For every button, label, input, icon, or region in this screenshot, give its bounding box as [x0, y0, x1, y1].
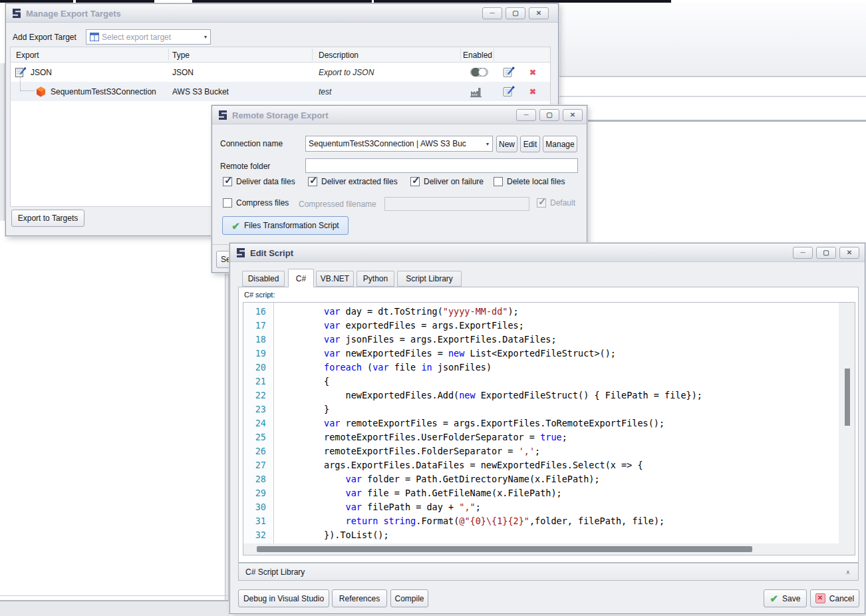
edit-button[interactable]: Edit [520, 136, 540, 152]
code-text: var newExportedFiles = new List<Exported… [274, 347, 616, 361]
remote-folder-input[interactable] [305, 158, 578, 173]
line-number: 18 [243, 333, 274, 347]
manage-titlebar[interactable]: Manage Export Targets ─ ▢ ✕ [6, 4, 558, 23]
compress-files-checkbox[interactable]: Compress files [223, 198, 289, 208]
checkbox-icon [223, 177, 232, 186]
maximize-button[interactable]: ▢ [539, 109, 559, 121]
remote-titlebar[interactable]: Remote Storage Export ─ ▢ ✕ [212, 106, 587, 124]
column-header-type[interactable]: Type [172, 47, 190, 63]
close-button[interactable]: ✕ [839, 247, 859, 259]
delete-icon[interactable]: ✖ [529, 63, 536, 82]
remote-storage-icon[interactable] [470, 86, 486, 98]
export-target-icon [90, 33, 99, 41]
maximize-icon: ▢ [512, 10, 518, 17]
deliver-extracted-files-checkbox[interactable]: Deliver extracted files [308, 177, 398, 186]
minimize-button[interactable]: ─ [516, 109, 536, 121]
column-header-enabled[interactable]: Enabled [463, 47, 492, 63]
edit-script-window: Edit Script ─ ▢ ✕ Disabled C# VB.NET Pyt… [229, 243, 865, 614]
code-text: var file = Path.GetFileName(x.FilePath); [274, 486, 562, 500]
dropdown-placeholder: Select export target [99, 33, 201, 42]
window-title: Manage Export Targets [26, 4, 121, 23]
horizontal-scrollbar-thumb[interactable] [257, 546, 752, 552]
code-text: return string.Format(@"{0}\{1}{2}",folde… [274, 514, 664, 528]
deliver-on-failure-checkbox[interactable]: Deliver on failure [410, 177, 484, 186]
sequentum-logo-icon [11, 7, 23, 19]
code-text: foreach (var file in jsonFiles) [274, 361, 492, 375]
close-icon: ✕ [847, 249, 852, 256]
background-statusbar-line [0, 595, 229, 596]
references-button[interactable]: References [332, 589, 387, 607]
minimize-icon: ─ [490, 10, 494, 17]
column-header-export[interactable]: Export [16, 47, 39, 63]
checkbox-icon [223, 198, 232, 208]
sequentum-logo-icon [235, 247, 247, 259]
code-text: newExportedFiles.Add(new ExportedFileStr… [274, 388, 702, 402]
code-line: 21 { [243, 375, 839, 388]
export-description: test [319, 82, 331, 101]
compile-button[interactable]: Compile [390, 589, 428, 607]
line-number: 19 [243, 347, 274, 361]
line-number: 26 [243, 444, 274, 458]
code-editor-lines[interactable]: 16 var day = dt.ToString("yyyy-MM-dd");1… [243, 305, 839, 543]
cancel-button[interactable]: Cancel [810, 589, 859, 607]
maximize-button[interactable]: ▢ [505, 7, 525, 19]
table-row[interactable]: SequentumTestS3Connection AWS S3 Bucket … [11, 82, 550, 101]
tab-csharp[interactable]: C# [288, 269, 314, 287]
enabled-toggle[interactable] [470, 67, 488, 77]
code-editor[interactable]: 16 var day = dt.ToString("yyyy-MM-dd");1… [243, 302, 855, 555]
delete-local-files-checkbox[interactable]: Delete local files [494, 177, 565, 186]
tree-connector [20, 77, 35, 91]
maximize-button[interactable]: ▢ [816, 247, 836, 259]
background-window-edge [225, 273, 229, 616]
code-line: 25 remoteExportFiles.UserFolderSeparator… [243, 430, 839, 444]
export-type: AWS S3 Bucket [172, 82, 229, 101]
csharp-script-label: C# script: [244, 291, 275, 299]
export-name: SequentumTestS3Connection [51, 82, 156, 101]
export-type: JSON [172, 63, 194, 82]
vertical-scrollbar[interactable] [839, 303, 855, 543]
tab-disabled[interactable]: Disabled [242, 271, 285, 287]
code-line: 20 foreach (var file in jsonFiles) [243, 361, 839, 375]
code-text: { [274, 375, 329, 388]
default-checkbox[interactable]: Default [537, 198, 575, 208]
background-tabstrip-segment [76, 0, 154, 3]
script-library-bar[interactable]: C# Script Library ∧ [238, 563, 859, 581]
deliver-data-files-checkbox[interactable]: Deliver data files [223, 177, 295, 186]
edit-icon[interactable] [502, 66, 515, 78]
select-export-target-dropdown[interactable]: Select export target ▼ [86, 29, 211, 45]
export-to-targets-button[interactable]: Export to Targets [11, 210, 84, 227]
chevron-down-icon: ▼ [201, 35, 210, 39]
tab-script-library[interactable]: Script Library [397, 271, 462, 287]
horizontal-scrollbar[interactable] [243, 543, 855, 555]
vertical-scrollbar-thumb[interactable] [845, 369, 850, 426]
debug-in-visual-studio-button[interactable]: Debug in Visual Studio [238, 589, 329, 607]
sequentum-logo-icon [217, 109, 229, 121]
tab-vbnet[interactable]: VB.NET [316, 271, 354, 287]
connection-name-dropdown[interactable]: SequentumTestS3Connection | AWS S3 Buc ▼ [305, 136, 493, 152]
compressed-filename-input [384, 197, 529, 211]
new-button[interactable]: New [496, 136, 517, 152]
save-button[interactable]: ✔ Save [764, 589, 807, 607]
minimize-icon: ─ [800, 249, 805, 256]
manage-button[interactable]: Manage [543, 136, 577, 152]
minimize-button[interactable]: ─ [482, 7, 502, 19]
line-number: 30 [243, 500, 274, 514]
edit-script-titlebar[interactable]: Edit Script ─ ▢ ✕ [230, 243, 865, 262]
line-number: 25 [243, 430, 274, 444]
edit-icon[interactable] [502, 85, 515, 98]
window-title: Remote Storage Export [232, 106, 328, 124]
checkbox-icon [308, 177, 317, 186]
tab-python[interactable]: Python [357, 271, 394, 287]
close-button[interactable]: ✕ [529, 7, 549, 19]
delete-icon[interactable]: ✖ [529, 82, 536, 101]
checkbox-icon [494, 177, 503, 186]
background-divider [587, 120, 866, 122]
table-row[interactable]: JSON JSON Export to JSON ✖ [11, 63, 550, 82]
files-transformation-script-button[interactable]: ✔ Files Transformation Script [222, 216, 349, 235]
column-header-description[interactable]: Description [319, 47, 359, 63]
close-button[interactable]: ✕ [563, 109, 583, 121]
line-number: 16 [243, 305, 274, 319]
code-line: 31 return string.Format(@"{0}\{1}{2}",fo… [243, 514, 839, 528]
minimize-button[interactable]: ─ [793, 247, 813, 259]
script-library-label: C# Script Library [245, 567, 305, 577]
